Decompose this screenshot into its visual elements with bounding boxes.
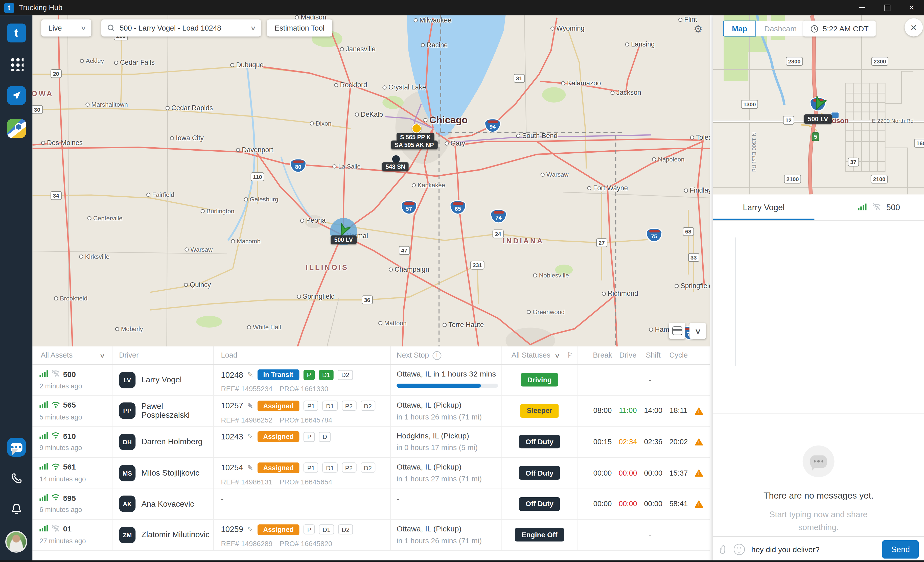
asset-row-561[interactable]: 56114 minutes agoMSMilos Stojiljkovic102… <box>32 458 710 489</box>
map-label-gary: Gary <box>444 140 465 147</box>
navigation-app-icon[interactable] <box>7 86 26 105</box>
sidebar: t <box>0 15 32 562</box>
emoji-icon[interactable] <box>734 544 745 555</box>
map-layout-toggle-button[interactable] <box>669 323 685 339</box>
trucking-hub-app-icon[interactable]: t <box>7 24 26 42</box>
city-dot-icon <box>684 188 688 192</box>
send-button[interactable]: Send <box>882 540 919 559</box>
break-time: 00:00 <box>590 469 615 477</box>
next-stop-eta: in 1 hours 27 mins (71 mi) <box>396 475 501 483</box>
load-number: 10243 <box>221 432 243 441</box>
active-tab-underline <box>713 219 814 220</box>
duty-status-cell: Off Duty <box>501 489 577 519</box>
wifi-icon <box>51 432 60 441</box>
asset-row-510[interactable]: 5109 minutes agoDHDarren Holmberg10243✎A… <box>32 427 710 458</box>
map-label-chicago: Chicago <box>423 115 468 126</box>
close-button[interactable]: ✕ <box>899 0 924 15</box>
map-label-dubuque: Dubuque <box>230 61 264 68</box>
header-all-assets[interactable]: All Assets∨ <box>32 346 112 364</box>
asset-row-595[interactable]: 5956 minutes agoAKAna Kovacevic--Off Dut… <box>32 489 710 520</box>
wifi-icon <box>51 462 60 472</box>
detail-panel: HudsonE 2200 North RdN 1300 East Rd 2300… <box>713 15 924 562</box>
route-shield-231: 231 <box>470 261 484 270</box>
next-stop-eta: in 1 hours 26 mins (71 mi) <box>396 537 501 545</box>
notifications-bell-icon[interactable] <box>8 501 25 518</box>
load-refs: REF# 14955234PRO# 1661330 <box>221 385 390 393</box>
load-status-badge: Assigned <box>257 462 300 473</box>
trucking-hub-window: t Trucking Hub ✕ t <box>0 0 924 562</box>
duty-status-cell: Engine Off <box>501 520 577 550</box>
asset-search-box[interactable]: 500 - Larry Vogel - Load 10248 ∨ <box>101 19 261 37</box>
estimation-tool-button[interactable]: Estimation Tool <box>267 19 332 37</box>
apps-grid-icon[interactable] <box>9 57 23 71</box>
map-canvas[interactable]: MadisonMilwaukeeRacineJanesvilleAckleyCe… <box>32 15 710 346</box>
asset-row-01[interactable]: 0127 minutes agoZMZlatomir Milutinovic10… <box>32 520 710 551</box>
vehicle-label-500lv[interactable]: 500 LV <box>804 114 832 124</box>
asset-last-seen: 6 minutes ago <box>39 507 112 514</box>
user-avatar[interactable] <box>5 531 27 553</box>
titlebar: t Trucking Hub ✕ <box>0 0 924 15</box>
asset-last-seen: 9 minutes ago <box>39 444 112 451</box>
load-cell: 10243✎AssignedPD <box>213 427 390 457</box>
edit-pencil-icon[interactable]: ✎ <box>247 371 253 379</box>
city-dot-icon <box>310 121 314 125</box>
asset-row-500[interactable]: 5002 minutes agoLVLarry Vogel10248✎In Tr… <box>32 365 710 396</box>
sort-flag-icon[interactable]: ⚐ <box>567 351 573 360</box>
duty-status-cell: Off Duty <box>501 427 577 457</box>
minimize-button[interactable] <box>850 0 874 15</box>
header-all-statuses[interactable]: All Statuses∨ ⚐ <box>501 346 577 364</box>
asset-row-565[interactable]: 5655 minutes agoPPPawel Pospieszalski102… <box>32 396 710 427</box>
asset-id: 561 <box>63 463 76 472</box>
wifi-off-icon <box>872 202 881 213</box>
driver-cell: AKAna Kovacevic <box>112 489 213 519</box>
map-collapse-button[interactable]: ∨ <box>690 323 706 339</box>
map-settings-gear-icon[interactable]: ⚙ <box>693 23 703 35</box>
city-dot-icon <box>652 157 656 161</box>
edit-pencil-icon[interactable]: ✎ <box>247 433 253 441</box>
city-dot-icon <box>297 294 301 298</box>
maps-app-icon[interactable] <box>7 119 26 138</box>
city-dot-icon <box>184 247 189 251</box>
warning-icon: ! <box>694 469 704 477</box>
map-label-macomb: Macomb <box>231 238 261 244</box>
driver-avatar: DH <box>119 434 135 450</box>
chat-app-icon[interactable] <box>7 438 26 457</box>
header-driver: Driver <box>112 346 213 364</box>
next-stop-cell: Ottawa, IL in 1 hours 32 mins <box>390 365 502 395</box>
edit-pencil-icon[interactable]: ✎ <box>247 463 253 472</box>
vehicle-label-500lv[interactable]: 500 LV <box>331 235 356 244</box>
search-icon <box>107 24 115 32</box>
maximize-button[interactable] <box>874 0 899 15</box>
tab-dashcam[interactable]: Dashcam <box>756 21 806 37</box>
phone-icon[interactable] <box>8 469 25 487</box>
duty-status-badge: Off Duty <box>519 466 560 480</box>
attachment-paperclip-icon[interactable] <box>718 544 728 555</box>
map-label-fort-wayne: Fort Wayne <box>587 184 628 192</box>
live-mode-select[interactable]: Live∨ <box>41 19 91 37</box>
chat-section: There are no messages yet. Start typing … <box>713 413 924 562</box>
tab-map[interactable]: Map <box>723 21 756 37</box>
route-shield-2100: 2100 <box>784 175 801 183</box>
tab-driver-larry-vogel[interactable]: Larry Vogel <box>713 194 814 220</box>
stop-chip-d1: D1 <box>322 401 338 411</box>
map-label-dixon: Dixon <box>310 120 332 127</box>
hours-cell: - <box>577 365 710 395</box>
city-dot-icon <box>649 327 653 331</box>
panel-close-button[interactable]: ✕ <box>904 18 923 36</box>
asset-id: 500 <box>63 370 76 379</box>
mini-map[interactable]: HudsonE 2200 North RdN 1300 East Rd 2300… <box>713 15 924 195</box>
message-input[interactable] <box>750 544 877 555</box>
city-dot-icon <box>412 183 416 187</box>
vehicle-marker-565[interactable] <box>412 124 421 133</box>
city-dot-icon <box>79 254 83 258</box>
info-icon[interactable]: i <box>432 351 441 360</box>
panel-view-tabs: Map Dashcam <box>723 21 806 37</box>
signal-bars-icon <box>39 463 48 472</box>
map-label-ackley: Ackley <box>80 57 104 64</box>
map-label-south-bend: South Bend <box>516 132 557 139</box>
header-next-stop: Next Stopi <box>390 346 502 364</box>
edit-pencil-icon[interactable]: ✎ <box>247 526 253 534</box>
load-cell: - <box>213 489 390 519</box>
edit-pencil-icon[interactable]: ✎ <box>247 402 253 410</box>
map-label-noblesville: Noblesville <box>533 272 569 279</box>
